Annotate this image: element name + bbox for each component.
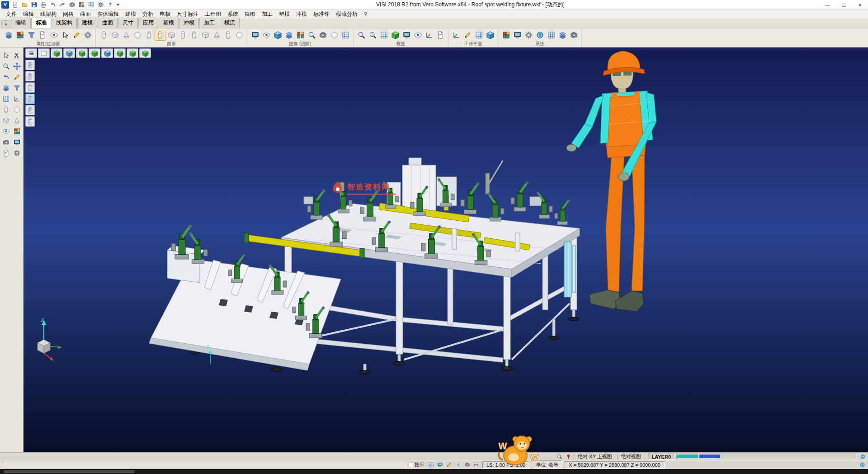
render-palette-icon[interactable] — [295, 30, 306, 41]
menu-help[interactable]: ? — [361, 10, 370, 19]
view-cube-icon[interactable] — [390, 30, 401, 41]
workplane-cube-icon[interactable] — [485, 30, 495, 41]
tab-machining[interactable]: 加工 — [199, 18, 219, 28]
viewport-tool-button-4[interactable] — [25, 94, 35, 104]
edit-pencil-icon[interactable] — [445, 462, 453, 468]
layer-filter-icon[interactable] — [26, 30, 37, 41]
tab-modeling[interactable]: 建模 — [77, 18, 97, 28]
zoom-tool-icon[interactable] — [1, 61, 11, 71]
zoom-all-icon[interactable] — [356, 30, 367, 41]
grid-icon[interactable] — [87, 1, 95, 9]
lock-checkbox[interactable] — [409, 463, 413, 467]
graphics-shaded-mode-icon[interactable] — [155, 30, 165, 41]
graphics-cylinder-3-icon[interactable] — [222, 30, 233, 41]
cone-tool-icon[interactable] — [12, 115, 22, 125]
viewport-tool-button-6[interactable] — [25, 116, 35, 127]
render-eye-icon[interactable] — [261, 30, 272, 41]
capture-icon[interactable] — [68, 1, 76, 9]
tab-die[interactable]: 冲模 — [179, 18, 199, 28]
viewport-tool-button-5[interactable] — [25, 105, 35, 115]
layers-tool-icon[interactable] — [1, 83, 11, 93]
view-iso-2-button[interactable] — [139, 48, 151, 58]
palette-icon[interactable] — [77, 1, 86, 9]
system-monitor-icon[interactable] — [512, 30, 523, 41]
render-sphere-icon[interactable] — [329, 30, 340, 41]
color-filter-icon[interactable] — [14, 30, 25, 41]
graphics-cylinder-2-icon[interactable] — [177, 30, 188, 41]
maximize-button[interactable]: □ — [835, 0, 852, 9]
viewport-tool-button-2[interactable] — [25, 71, 35, 81]
view-shaded-button[interactable] — [38, 48, 50, 58]
select-cursor-icon[interactable] — [1, 50, 11, 60]
view-right-button[interactable] — [76, 48, 88, 58]
zoom-window-icon[interactable] — [367, 30, 378, 41]
tab-edit[interactable]: 编辑 — [11, 18, 31, 28]
menu-die[interactable]: 冲模 — [293, 9, 310, 19]
gear-tool-icon[interactable] — [12, 148, 22, 158]
settings-gear-icon[interactable] — [96, 1, 105, 9]
render-zoom-icon[interactable] — [306, 30, 317, 41]
scrollbar-thumb[interactable] — [4, 470, 135, 473]
monitor-tool-icon[interactable] — [12, 137, 22, 147]
tab-dimension[interactable]: 尺寸 — [118, 18, 138, 28]
absolute-view-indicator[interactable]: 绝对视图 — [617, 454, 645, 460]
eye-tool-icon[interactable] — [1, 126, 11, 136]
save-icon[interactable] — [30, 1, 38, 9]
view-grid-icon[interactable] — [378, 30, 389, 41]
workplane-grid-icon[interactable] — [473, 30, 484, 41]
move-tool-icon[interactable] — [12, 61, 22, 71]
selection-filter-icon[interactable] — [60, 30, 71, 41]
minimize-button[interactable]: — — [819, 0, 835, 9]
layer-indicator[interactable]: LAYER0 — [648, 454, 675, 460]
menu-view[interactable]: 视图 — [241, 9, 259, 19]
cylinder-tool-icon[interactable] — [1, 104, 11, 114]
attribute-editor-icon[interactable] — [3, 30, 14, 41]
redo-icon[interactable] — [58, 1, 67, 9]
tab-application[interactable]: 应用 — [138, 18, 158, 28]
system-layers-icon[interactable] — [557, 30, 568, 41]
pin-icon[interactable] — [564, 453, 572, 460]
graphics-box-icon[interactable] — [109, 30, 120, 41]
system-globe-icon[interactable] — [534, 30, 545, 41]
view-mode-indicator[interactable]: 绝对 XY 上视图 — [574, 454, 616, 460]
globe-icon[interactable] — [859, 453, 867, 460]
system-camera-icon[interactable] — [568, 30, 579, 41]
globe-icon[interactable] — [858, 462, 866, 468]
graphics-box-2-icon[interactable] — [166, 30, 177, 41]
zoom-select-icon[interactable] — [555, 453, 563, 460]
element-info-icon[interactable] — [37, 30, 48, 41]
render-layers-icon[interactable] — [283, 30, 294, 41]
3d-viewport-canvas[interactable]: Z Z — [24, 47, 868, 452]
viewport-tool-button-3[interactable] — [25, 82, 35, 93]
tab-wireframe[interactable]: 线架构 — [52, 18, 77, 28]
doc-tool-icon[interactable] — [1, 148, 11, 158]
graphics-box-3-icon[interactable] — [200, 30, 211, 41]
print-status-icon[interactable] — [472, 462, 480, 468]
view-monitor-icon[interactable] — [401, 30, 412, 41]
attribute-copy-icon[interactable] — [71, 30, 82, 41]
open-file-icon[interactable] — [20, 1, 29, 9]
new-file-icon[interactable] — [11, 1, 19, 9]
tab-overflow-button[interactable]: ▼ — [1, 20, 10, 28]
graphics-cylinder-icon[interactable] — [98, 30, 109, 41]
filter-settings-icon[interactable] — [82, 30, 93, 41]
camera-tool-icon[interactable] — [1, 137, 11, 147]
help-icon[interactable] — [106, 1, 114, 9]
3d-viewport[interactable]: Z Z — [24, 47, 868, 452]
measure-tool-icon[interactable] — [12, 72, 22, 82]
graphics-cone-2-icon[interactable] — [211, 30, 222, 41]
menu-machining[interactable]: 加工 — [259, 9, 276, 19]
menu-mold[interactable]: 塑模 — [276, 9, 293, 19]
counter-2-icon[interactable] — [454, 462, 462, 468]
view-bottom-button[interactable] — [114, 48, 126, 58]
box-tool-icon[interactable] — [1, 115, 11, 125]
axes-tool-icon[interactable] — [12, 94, 22, 104]
menu-flow-analysis[interactable]: 模流分析 — [333, 9, 361, 19]
trim-scissors-icon[interactable] — [12, 50, 22, 60]
palette-tool-icon[interactable] — [12, 126, 22, 136]
qat-overflow-caret-icon[interactable] — [116, 4, 120, 6]
graphics-sphere-2-icon[interactable] — [234, 30, 245, 41]
snap-grid-icon[interactable] — [427, 462, 435, 468]
lock-toggle[interactable]: 拴牢 — [409, 461, 425, 468]
view-left-button[interactable] — [89, 48, 100, 58]
